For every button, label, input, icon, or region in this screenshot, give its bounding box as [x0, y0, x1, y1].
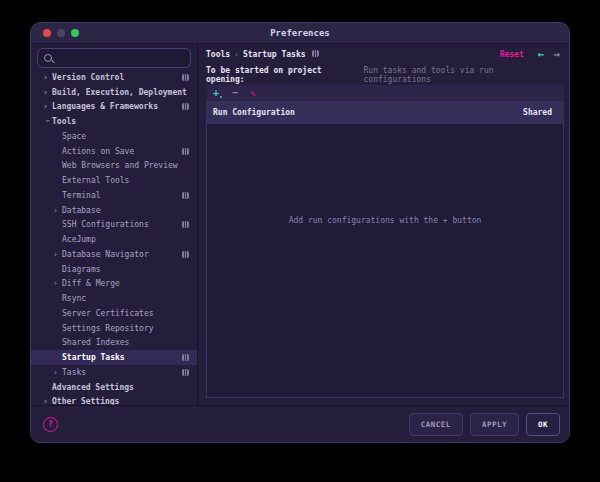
sidebar-item-label: Other Settings	[52, 397, 119, 405]
column-shared: Shared	[523, 108, 552, 117]
sidebar-item-label: Diff & Merge	[62, 279, 120, 288]
sidebar-item-label: Advanced Settings	[52, 383, 134, 392]
footer-bar: ? CANCELAPPLYOK	[31, 405, 569, 442]
edit-pencil-icon[interactable]: ✎	[249, 90, 258, 95]
sidebar-item-rsync[interactable]: Rsync	[31, 291, 197, 306]
settings-nav: ›Version Control›Build, Execution, Deplo…	[31, 70, 197, 405]
startup-label-row: To be started on project opening: Run ta…	[206, 67, 564, 83]
reset-link[interactable]: Reset	[500, 50, 524, 59]
sidebar-item-external-tools[interactable]: External Tools	[31, 173, 197, 188]
chevron-right-icon[interactable]: ›	[43, 397, 52, 405]
sidebar-item-label: SSH Configurations	[62, 220, 149, 229]
zoom-window-button[interactable]	[71, 29, 79, 37]
project-badge-icon	[182, 221, 189, 228]
sidebar-item-database[interactable]: ›Database	[31, 203, 197, 218]
sidebar-item-label: Startup Tasks	[62, 353, 125, 362]
project-badge-icon	[182, 103, 189, 110]
sidebar-item-label: Database Navigator	[62, 250, 149, 259]
sidebar-item-database-navigator[interactable]: ›Database Navigator	[31, 247, 197, 262]
close-window-button[interactable]	[43, 29, 51, 37]
search-icon	[44, 54, 52, 62]
sidebar-item-label: Shared Indexes	[62, 338, 129, 347]
sidebar-item-label: Database	[62, 206, 101, 215]
sidebar-item-ssh-configurations[interactable]: SSH Configurations	[31, 218, 197, 233]
sidebar-item-other-settings[interactable]: ›Other Settings	[31, 395, 197, 406]
sidebar-item-tasks[interactable]: ›Tasks	[31, 365, 197, 380]
preferences-window: Preferences ›Version Control›Build, Exec…	[30, 22, 570, 443]
project-badge-icon	[182, 148, 189, 155]
minimize-window-button[interactable]	[57, 29, 65, 37]
breadcrumb-startup-tasks: Startup Tasks	[243, 50, 306, 59]
sidebar-item-startup-tasks[interactable]: Startup Tasks	[31, 350, 197, 365]
dialog-buttons: CANCELAPPLYOK	[409, 413, 560, 436]
titlebar: Preferences	[31, 23, 569, 44]
sidebar-item-settings-repository[interactable]: Settings Repository	[31, 321, 197, 336]
chevron-right-icon[interactable]: ›	[43, 88, 52, 97]
sidebar-item-shared-indexes[interactable]: Shared Indexes	[31, 336, 197, 351]
window-title: Preferences	[270, 28, 330, 38]
chevron-right-icon[interactable]: ›	[43, 73, 52, 82]
sidebar-item-space[interactable]: Space	[31, 129, 197, 144]
sidebar-item-acejump[interactable]: AceJump	[31, 232, 197, 247]
sidebar-item-label: Tools	[52, 117, 76, 126]
sidebar-item-label: AceJump	[62, 235, 96, 244]
add-icon[interactable]: +	[213, 88, 219, 98]
sidebar-item-languages-frameworks[interactable]: ›Languages & Frameworks	[31, 100, 197, 115]
sidebar-item-label: Web Browsers and Preview	[62, 161, 178, 170]
breadcrumb-tools[interactable]: Tools	[206, 50, 230, 59]
remove-icon[interactable]: −	[232, 88, 238, 98]
sidebar-item-label: Space	[62, 132, 86, 141]
chevron-right-icon[interactable]: ›	[53, 368, 62, 377]
chevron-right-icon[interactable]: ›	[53, 279, 62, 288]
help-icon[interactable]: ?	[43, 417, 58, 432]
opening-label: To be started on project opening:	[206, 66, 364, 84]
sidebar-item-diagrams[interactable]: Diagrams	[31, 262, 197, 277]
settings-sidebar: ›Version Control›Build, Execution, Deplo…	[31, 44, 198, 405]
sidebar-item-label: Languages & Frameworks	[52, 102, 158, 111]
breadcrumb: Tools › Startup Tasks Reset ← →	[206, 46, 564, 62]
ok-button[interactable]: OK	[526, 413, 560, 436]
back-arrow-icon[interactable]: ←	[538, 49, 545, 60]
sidebar-item-web-browsers-and-preview[interactable]: Web Browsers and Preview	[31, 159, 197, 174]
empty-table-text: Add run configurations with the + button	[207, 216, 563, 225]
chevron-down-icon[interactable]: ›	[43, 118, 52, 127]
project-badge-icon	[182, 74, 189, 81]
sidebar-item-tools[interactable]: ›Tools	[31, 114, 197, 129]
sidebar-item-label: External Tools	[62, 176, 129, 185]
sidebar-item-label: Terminal	[62, 191, 101, 200]
run-config-table[interactable]: Add run configurations with the + button	[206, 124, 564, 398]
search-input[interactable]	[57, 54, 184, 63]
run-config-toolbar: + − ✎	[206, 85, 564, 101]
apply-button[interactable]: APPLY	[470, 413, 519, 436]
sidebar-item-actions-on-save[interactable]: Actions on Save	[31, 144, 197, 159]
sidebar-item-diff-merge[interactable]: ›Diff & Merge	[31, 277, 197, 292]
cancel-button[interactable]: CANCEL	[409, 413, 463, 436]
run-config-table-header: Run Configuration Shared	[206, 101, 564, 124]
settings-content: Tools › Startup Tasks Reset ← → To be st…	[198, 44, 569, 405]
project-badge-icon	[182, 369, 189, 376]
sidebar-item-advanced-settings[interactable]: Advanced Settings	[31, 380, 197, 395]
chevron-right-icon[interactable]: ›	[53, 206, 62, 215]
column-run-configuration: Run Configuration	[213, 108, 295, 117]
sidebar-item-label: Tasks	[62, 368, 86, 377]
chevron-right-icon[interactable]: ›	[43, 102, 52, 111]
project-badge-icon	[312, 50, 319, 59]
sidebar-item-build-execution-deployment[interactable]: ›Build, Execution, Deployment	[31, 85, 197, 100]
settings-search-box[interactable]	[37, 48, 191, 68]
project-badge-icon	[182, 192, 189, 199]
sidebar-item-label: Diagrams	[62, 265, 101, 274]
sidebar-item-terminal[interactable]: Terminal	[31, 188, 197, 203]
sidebar-item-label: Settings Repository	[62, 324, 154, 333]
sidebar-item-server-certificates[interactable]: Server Certificates	[31, 306, 197, 321]
sidebar-item-label: Build, Execution, Deployment	[52, 88, 187, 97]
project-badge-icon	[182, 354, 189, 361]
sidebar-item-label: Version Control	[52, 73, 124, 82]
sidebar-item-label: Actions on Save	[62, 147, 134, 156]
project-badge-icon	[182, 251, 189, 258]
breadcrumb-separator: ›	[234, 50, 239, 59]
chevron-right-icon[interactable]: ›	[53, 250, 62, 259]
sidebar-item-label: Server Certificates	[62, 309, 154, 318]
window-controls	[43, 23, 79, 43]
forward-arrow-icon[interactable]: →	[553, 49, 560, 60]
sidebar-item-version-control[interactable]: ›Version Control	[31, 70, 197, 85]
